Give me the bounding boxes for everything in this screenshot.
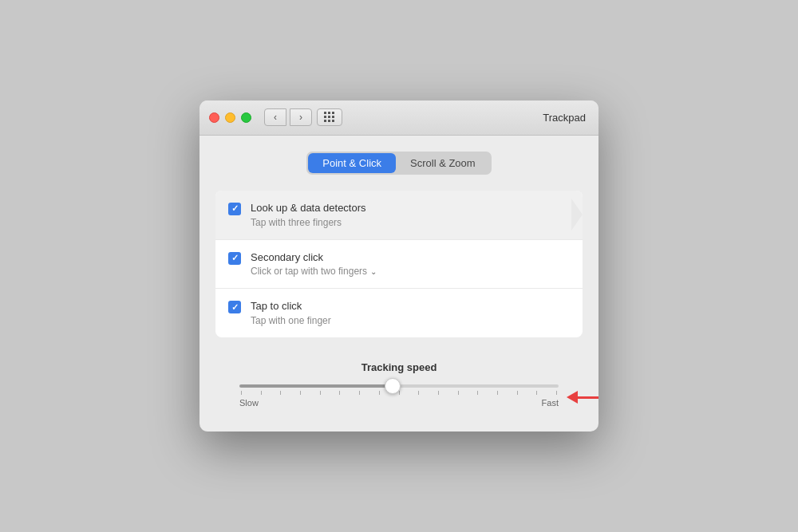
titlebar: ‹ › Trackpad (200, 100, 598, 136)
trackpad-window: ‹ › Trackpad Point & Click Scroll & Z (200, 100, 598, 432)
option-lookup-subtitle: Tap with three fingers (251, 217, 366, 228)
check-icon-3: ✓ (231, 303, 239, 312)
option-secondary-subtitle: Click or tap with two fingers ⌄ (251, 266, 377, 277)
option-lookup[interactable]: ✓ Look up & data detectors Tap with thre… (215, 191, 583, 240)
tab-point-click[interactable]: Point & Click (308, 153, 396, 173)
slider-track (239, 384, 559, 388)
slider-ticks (239, 391, 559, 395)
traffic-lights (209, 112, 251, 123)
option-secondary[interactable]: ✓ Secondary click Click or tap with two … (215, 240, 583, 290)
grid-icon (324, 112, 335, 123)
red-arrow-indicator (567, 391, 598, 404)
back-button[interactable]: ‹ (264, 108, 286, 126)
options-list: ✓ Look up & data detectors Tap with thre… (215, 191, 583, 338)
arrow-head-icon (567, 391, 578, 404)
tab-scroll-zoom[interactable]: Scroll & Zoom (396, 153, 490, 173)
content-area: Point & Click Scroll & Zoom ✓ Look up & … (200, 136, 598, 432)
checkbox-secondary[interactable]: ✓ (228, 252, 241, 265)
slider-slow-label: Slow (239, 398, 259, 408)
option-lookup-text: Look up & data detectors Tap with three … (251, 202, 366, 228)
tab-group: Point & Click Scroll & Zoom (306, 152, 491, 175)
slider-container: Slow Fast (231, 384, 567, 408)
maximize-button[interactable] (241, 112, 251, 123)
checkbox-lookup[interactable]: ✓ (228, 203, 241, 215)
option-tap-title: Tap to click (251, 300, 331, 313)
check-icon-2: ✓ (231, 254, 239, 262)
forward-button[interactable]: › (290, 108, 312, 126)
back-icon: ‹ (274, 112, 277, 123)
tracking-section: Tracking speed Slow (215, 361, 583, 408)
option-tap-subtitle: Tap with one finger (251, 315, 331, 326)
tabs-container: Point & Click Scroll & Zoom (215, 152, 583, 175)
nav-buttons: ‹ › (264, 108, 312, 126)
slider-labels: Slow Fast (239, 398, 559, 408)
option-secondary-title: Secondary click (251, 251, 377, 265)
arrow-body (578, 396, 598, 399)
option-lookup-title: Look up & data detectors (251, 202, 366, 215)
option-secondary-text: Secondary click Click or tap with two fi… (251, 251, 377, 278)
option-tap[interactable]: ✓ Tap to click Tap with one finger (215, 289, 583, 337)
check-icon: ✓ (231, 204, 239, 213)
close-button[interactable] (209, 112, 219, 123)
checkbox-tap[interactable]: ✓ (228, 301, 241, 313)
forward-icon: › (299, 112, 302, 123)
option-tap-text: Tap to click Tap with one finger (251, 300, 331, 326)
slider-wrapper: Slow Fast (231, 384, 567, 408)
dropdown-arrow[interactable]: ⌄ (370, 267, 377, 276)
grid-view-button[interactable] (317, 108, 342, 126)
minimize-button[interactable] (225, 112, 235, 123)
slider-fast-label: Fast (542, 398, 559, 408)
tracking-label: Tracking speed (231, 361, 567, 373)
slider-thumb[interactable] (385, 378, 401, 394)
window-title: Trackpad (543, 112, 586, 124)
